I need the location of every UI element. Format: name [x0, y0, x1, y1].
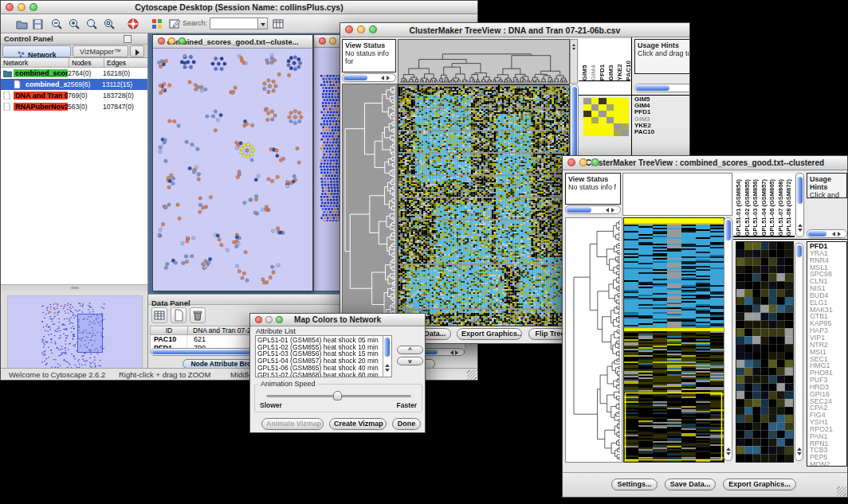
- column-header-nodes[interactable]: Nodes: [69, 58, 104, 67]
- array-column-label[interactable]: GPL51-08 (GSM872): [785, 179, 793, 236]
- main-titlebar[interactable]: Cytoscape Desktop (Session Name: collins…: [1, 1, 477, 14]
- network-frame-titlebar[interactable]: combined_scores_good.txt--cluste...: [153, 35, 312, 49]
- view-status-scrollbar[interactable]: [565, 205, 621, 214]
- matrix-cell[interactable]: [599, 111, 607, 117]
- row-label[interactable]: PAC10: [634, 129, 682, 135]
- gene-list[interactable]: PFD1YRA1RNR4MSL1SPC98CLN1NIS1BUD4ELG1MAK…: [807, 241, 847, 467]
- network-list-row[interactable]: DNA and Tran 07769(0)183728(0): [1, 90, 147, 101]
- panel-splitter[interactable]: [1, 285, 147, 291]
- minimize-button[interactable]: [579, 158, 587, 166]
- minimize-button[interactable]: [168, 37, 175, 45]
- row-dendrogram-canvas[interactable]: [565, 217, 622, 463]
- scrollbar-thumb[interactable]: [567, 207, 591, 213]
- open-icon[interactable]: [15, 18, 28, 30]
- array-column-label[interactable]: GPL51-04 (GSM857): [760, 179, 768, 236]
- treeview1-titlebar[interactable]: ClusterMaker TreeView : DNA and Tran 07-…: [340, 23, 689, 37]
- new-attribute-icon[interactable]: [171, 307, 186, 323]
- matrix-cell[interactable]: [591, 130, 599, 136]
- zoom-out-icon[interactable]: [50, 18, 63, 30]
- matrix-cell[interactable]: [583, 123, 591, 130]
- view-status-scrollbar[interactable]: [342, 73, 396, 82]
- delete-attribute-icon[interactable]: [190, 307, 206, 323]
- zoom-button[interactable]: [591, 158, 599, 166]
- column-label[interactable]: GIM5: [581, 61, 589, 80]
- column-label[interactable]: YKE2: [616, 61, 624, 80]
- minimize-button[interactable]: [18, 3, 26, 11]
- tab-vizmapper[interactable]: VizMapper™: [73, 45, 128, 57]
- zoom-vscrollbar[interactable]: [795, 243, 803, 461]
- matrix-cell[interactable]: [622, 104, 630, 111]
- matrix-cell[interactable]: [607, 98, 614, 104]
- attribute-list-vscrollbar[interactable]: [383, 336, 391, 377]
- search-dropdown-button[interactable]: [257, 18, 268, 29]
- matrix-cell[interactable]: [591, 98, 599, 104]
- scrollbar-thumb[interactable]: [571, 87, 577, 163]
- minimize-button[interactable]: [357, 25, 365, 33]
- zoom-button[interactable]: [179, 37, 186, 45]
- zoom-button[interactable]: [29, 3, 37, 11]
- dialog-titlebar[interactable]: Map Colors to Network: [250, 314, 425, 326]
- column-header-network[interactable]: Network: [1, 58, 69, 67]
- matrix-cell[interactable]: [607, 130, 614, 136]
- matrix-cell[interactable]: [599, 123, 607, 130]
- scrollbar-thumb[interactable]: [725, 220, 731, 240]
- matrix-cell[interactable]: [583, 104, 591, 111]
- close-button[interactable]: [255, 316, 262, 323]
- scrollbar-thumb[interactable]: [344, 75, 367, 80]
- array-column-label[interactable]: GPL51-03 (GSM856): [752, 179, 760, 236]
- navigator-canvas[interactable]: [7, 295, 143, 373]
- help-ring-icon[interactable]: [127, 18, 139, 30]
- matrix-cell[interactable]: [607, 111, 614, 117]
- matrix-cell[interactable]: [622, 123, 630, 130]
- column-label[interactable]: GIM3: [607, 61, 615, 80]
- create-vizmap-button[interactable]: Create Vizmap: [329, 418, 387, 430]
- move-up-button[interactable]: ^: [397, 346, 423, 354]
- matrix-cell[interactable]: [583, 111, 591, 117]
- network-list-row[interactable]: combined_sco2569(6)13112(15): [1, 79, 147, 90]
- resize-grip[interactable]: [467, 370, 477, 380]
- array-column-label[interactable]: GPL51-07 (GSM868): [777, 179, 785, 236]
- save-data-button[interactable]: Save Data...: [665, 479, 716, 490]
- treeview2-titlebar[interactable]: ClusterMaker TreeView : combined_scores_…: [563, 156, 847, 170]
- matrix-cell[interactable]: [622, 130, 630, 136]
- zoom-fit-icon[interactable]: [103, 18, 116, 30]
- minimize-button[interactable]: [329, 37, 336, 45]
- matrix-cell[interactable]: [622, 98, 630, 104]
- matrix-cell[interactable]: [614, 130, 622, 136]
- matrix-cell[interactable]: [591, 123, 599, 130]
- speed-slider-thumb[interactable]: [333, 391, 342, 400]
- matrix-cell[interactable]: [614, 117, 622, 123]
- scrollbar-thumb[interactable]: [796, 245, 802, 257]
- move-down-button[interactable]: v: [397, 357, 423, 365]
- column-dendrogram-area[interactable]: [622, 173, 732, 216]
- tab-network[interactable]: Network: [2, 45, 71, 57]
- close-button[interactable]: [567, 158, 575, 166]
- matrix-cell[interactable]: [583, 130, 591, 136]
- column-header-edges[interactable]: Edges: [104, 58, 147, 67]
- scrollbar-thumb[interactable]: [797, 177, 803, 204]
- scrollbar-thumb[interactable]: [384, 338, 390, 357]
- table-icon[interactable]: [272, 18, 285, 30]
- matrix-cell[interactable]: [614, 98, 622, 104]
- array-labels-vscrollbar[interactable]: [795, 173, 804, 237]
- column-label[interactable]: GIM4: [590, 61, 598, 80]
- matrix-cell[interactable]: [591, 111, 599, 117]
- matrix-cell[interactable]: [607, 123, 614, 130]
- array-column-label[interactable]: GPL51-06 (GSM865): [768, 179, 776, 236]
- matrix-cell[interactable]: [614, 123, 622, 130]
- float-panel-icon[interactable]: [124, 35, 132, 43]
- close-button[interactable]: [345, 25, 353, 33]
- data-column-id[interactable]: ID: [150, 326, 188, 335]
- annotation-icon[interactable]: [168, 18, 181, 30]
- matrix-cell[interactable]: [607, 104, 614, 111]
- matrix-cell[interactable]: [599, 98, 607, 104]
- array-column-label[interactable]: GPL51-02 (GSM855): [744, 179, 752, 236]
- zoom-button[interactable]: [276, 316, 283, 323]
- close-button[interactable]: [6, 3, 14, 11]
- network-view-canvas[interactable]: [153, 49, 312, 291]
- export-graphics-button[interactable]: Export Graphics...: [457, 328, 522, 340]
- heatmap-canvas[interactable]: [398, 84, 570, 326]
- matrix-cell[interactable]: [622, 111, 630, 117]
- matrix-cell[interactable]: [599, 104, 607, 111]
- array-column-label[interactable]: GPL51-01 (GSM854): [735, 179, 743, 236]
